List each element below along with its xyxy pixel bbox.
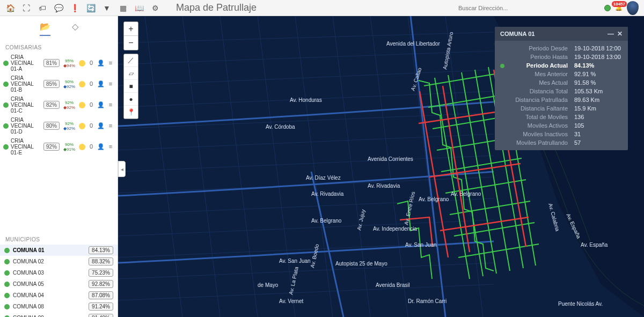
comisaria-row[interactable]: CRIA VECINAL 01-B85%90%◆92%0👤≡ [0, 73, 118, 94]
municipio-row[interactable]: COMUNA 0184.13% [0, 245, 118, 256]
list-icon[interactable]: ≡ [107, 143, 114, 151]
street-label: Av. Rivadavia [311, 191, 344, 197]
percent-badge: 80% [43, 122, 60, 130]
info-value: 57 [574, 139, 623, 146]
info-row: Total de Moviles136 [500, 113, 623, 121]
comisaria-name: CRIA VECINAL 01-C [11, 96, 41, 114]
zero-count: 0 [87, 143, 95, 151]
user-icon[interactable]: 👤 [97, 143, 105, 151]
tab-folder[interactable]: 📂 [40, 21, 50, 36]
info-panel: COMUNA 01 — ✕ Periodo Desde19-10-2018 12… [495, 27, 628, 150]
micro-stats: 92%◆92% [62, 121, 77, 131]
municipio-row[interactable]: COMUNA 0487.08% [0, 290, 118, 301]
status-dot [4, 248, 10, 253]
percent-badge: 85% [43, 80, 60, 88]
street-label: Puente Nicolás Av. [558, 301, 603, 307]
filter-button[interactable]: ▼ [99, 1, 115, 16]
street-label: Av. Díaz Vélez [306, 175, 341, 181]
tab-layers[interactable]: ◇ [72, 21, 78, 36]
street-label: Av. Belgrano [419, 196, 449, 202]
topbar: 🏠⛶🏷💬❗🔄▼▦📖⚙ Mapa de Patrullaje 🔔 10457 [0, 0, 644, 16]
user-icon[interactable]: 👤 [97, 122, 105, 130]
municipio-row[interactable]: COMUNA 0288.32% [0, 256, 118, 267]
list-icon[interactable]: ≡ [107, 122, 114, 130]
connection-status-dot [604, 5, 611, 11]
info-panel-body: Periodo Desde19-10-2018 12:00Periodo Has… [495, 41, 628, 150]
notifications[interactable]: 🔔 10457 [615, 4, 623, 11]
book-button[interactable]: 📖 [131, 1, 147, 16]
comment-button[interactable]: 💬 [50, 1, 67, 16]
info-value: 15.9 Km [574, 105, 623, 112]
info-row: Distancia Total105.53 Km [500, 87, 623, 95]
status-dot [3, 82, 9, 87]
municipio-row[interactable]: COMUNA 0375.23% [0, 267, 118, 278]
info-button[interactable]: ❗ [67, 1, 83, 16]
draw-line-button[interactable]: ／ [124, 54, 138, 67]
status-dot [3, 61, 9, 66]
sidebar-toggle-handle[interactable]: ◂ [118, 161, 126, 177]
crop-button[interactable]: ⛶ [18, 1, 34, 16]
folder-icon: 📂 [40, 22, 50, 31]
minimize-icon[interactable]: — [608, 30, 614, 38]
street-label: Av. San Juan [405, 242, 437, 248]
draw-rect-button[interactable]: ■ [124, 80, 138, 93]
draw-point-button[interactable]: 📍 [124, 106, 138, 119]
gear-button[interactable]: ⚙ [147, 1, 163, 16]
comisaria-row[interactable]: CRIA VECINAL 01-E92%90%◆91%0👤≡ [0, 136, 118, 157]
tag-button[interactable]: 🏷 [34, 1, 50, 16]
info-key: Moviles Inactivos [500, 131, 574, 137]
status-dot [3, 144, 9, 150]
comisaria-row[interactable]: CRIA VECINAL 01-A81%95%◆94%0👤≡ [0, 53, 118, 73]
user-icon[interactable]: 👤 [97, 101, 105, 109]
percent-badge: 92.82% [89, 280, 113, 288]
comisaria-name: CRIA VECINAL 01-B [11, 75, 41, 93]
comisaria-row[interactable]: CRIA VECINAL 01-D80%92%◆92%0👤≡ [0, 115, 118, 136]
municipio-row[interactable]: COMUNA 0891.24% [0, 301, 118, 312]
table-button[interactable]: ▦ [115, 1, 131, 16]
street-label: Avenida del Libertador [386, 41, 441, 47]
municipio-name: COMUNA 03 [13, 270, 85, 276]
info-row: Distancia Patrullada89.63 Km [500, 95, 623, 104]
user-icon[interactable]: 👤 [97, 60, 105, 67]
draw-circle-button[interactable]: ● [124, 93, 138, 106]
municipio-row[interactable]: COMUNA 0592.82% [0, 278, 118, 290]
info-value: 105.53 Km [574, 88, 623, 94]
status-dot [500, 64, 504, 68]
draw-polygon-button[interactable]: ▱ [124, 67, 138, 80]
gear-icon: ⚙ [152, 4, 159, 12]
list-icon[interactable]: ≡ [107, 101, 114, 109]
list-icon[interactable]: ≡ [107, 80, 114, 88]
info-value: 136 [574, 114, 623, 120]
map-area[interactable]: Av. HondurasAv. CórdobaAv. CallaoAvenida… [118, 16, 644, 317]
micro-stats: 92%◆92% [62, 100, 77, 110]
info-value: 19-10-2018 12:00 [574, 45, 623, 51]
micro-stats: 90%◆92% [62, 79, 77, 89]
sun-icon [79, 60, 85, 67]
street-label: Autopista 25 de Mayo [335, 261, 387, 267]
info-key: Mes Actual [500, 79, 574, 86]
info-value: 105 [574, 122, 623, 129]
user-icon[interactable]: 👤 [97, 80, 105, 88]
zoom-in-button[interactable]: + [124, 22, 138, 36]
close-icon[interactable]: ✕ [617, 30, 623, 38]
status-dot [4, 259, 10, 264]
municipio-row[interactable]: COMUNA 0981.49% [0, 312, 118, 317]
status-dot [4, 315, 10, 318]
info-row: Periodo Desde19-10-2018 12:00 [500, 44, 623, 53]
info-key: Periodo Actual [508, 62, 574, 69]
list-icon[interactable]: ≡ [107, 60, 114, 67]
info-value: 91.58 % [574, 79, 623, 86]
zoom-out-button[interactable]: − [124, 36, 138, 50]
percent-badge: 92% [43, 143, 60, 151]
search-box [454, 3, 604, 13]
search-input[interactable] [454, 3, 604, 13]
refresh-button[interactable]: 🔄 [83, 1, 99, 16]
street-label: Dr. Ramón Carri [408, 298, 447, 304]
crop-icon: ⛶ [23, 4, 30, 12]
comisaria-row[interactable]: CRIA VECINAL 01-C82%92%◆92%0👤≡ [0, 94, 118, 115]
section-comisarias: COMISARIAS [0, 40, 118, 53]
filter-icon: ▼ [103, 4, 111, 12]
street-label: Avenida Brasil [376, 282, 410, 288]
home-button[interactable]: 🏠 [2, 1, 18, 16]
zero-count: 0 [87, 80, 95, 88]
